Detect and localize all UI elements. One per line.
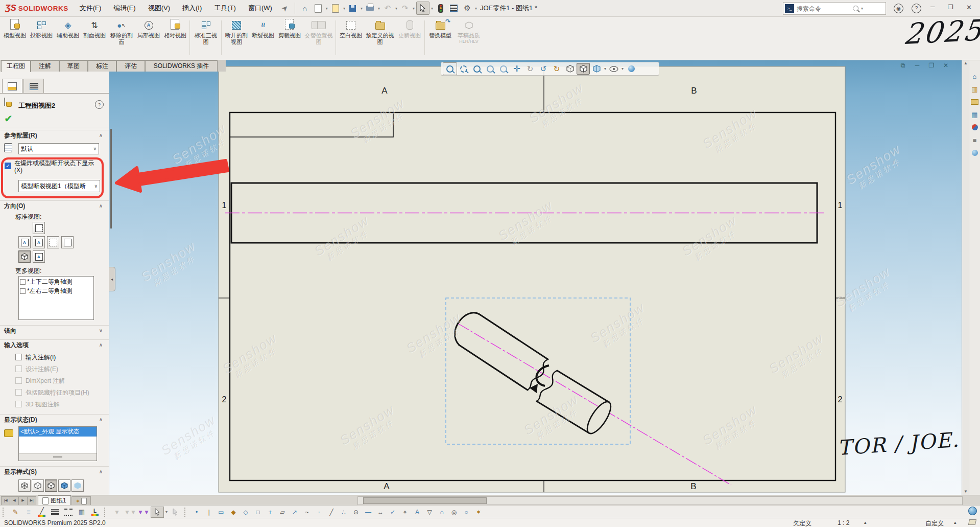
tab-annotation[interactable]: 注解 bbox=[31, 60, 59, 72]
section-display-state[interactable]: 显示状态(D)∧ bbox=[0, 414, 109, 424]
first-sheet-icon[interactable]: |◀ bbox=[1, 496, 10, 506]
model-view-button[interactable]: 模型视图 bbox=[2, 18, 28, 58]
display-state-selected-item[interactable]: <默认>_外观 显示状态 bbox=[19, 427, 97, 437]
select-cursor-icon[interactable] bbox=[151, 507, 164, 518]
tab-dimension[interactable]: 标注 bbox=[88, 60, 116, 72]
sheet-tab[interactable]: 图纸1 bbox=[38, 495, 71, 506]
view-bottom-button[interactable] bbox=[47, 236, 59, 248]
tab-solidworks-addins[interactable]: SOLIDWORKS 插件 bbox=[145, 60, 218, 72]
horizontal-scrollbar[interactable] bbox=[357, 496, 963, 505]
scale-caret-icon[interactable]: ▴ bbox=[864, 520, 867, 525]
section-orientation[interactable]: 方向(O)∧ bbox=[0, 200, 109, 211]
rotate-view-icon[interactable]: ↻ bbox=[523, 63, 537, 75]
view-left-button[interactable]: A bbox=[33, 236, 45, 248]
import-annotations-checkbox[interactable] bbox=[15, 354, 22, 360]
section-view-button[interactable]: ⇅剖面视图 bbox=[82, 18, 107, 58]
last-sheet-icon[interactable]: ▶| bbox=[27, 496, 36, 506]
draft-quality-button[interactable]: 草稿品质HLR/HLV bbox=[455, 18, 483, 58]
zoom-in-out-icon[interactable] bbox=[470, 63, 484, 75]
3d-view-annotations-checkbox[interactable] bbox=[15, 401, 22, 407]
open-document-caret[interactable]: ▾ bbox=[343, 6, 345, 11]
section-import-options[interactable]: 输入选项∧ bbox=[0, 339, 109, 350]
auxiliary-view-button[interactable]: ◈辅助视图 bbox=[55, 18, 81, 58]
search-icon[interactable] bbox=[853, 6, 858, 11]
next-sheet-icon[interactable]: ▶ bbox=[18, 496, 28, 506]
scroll-up-icon[interactable]: ▲ bbox=[962, 61, 969, 65]
empty-view-button[interactable]: 空白视图 bbox=[338, 18, 364, 58]
toggle-selection-filters-icon[interactable]: ▼ bbox=[111, 507, 123, 517]
display-mode-text[interactable]: 自定义 bbox=[925, 519, 944, 527]
select-cursor-caret[interactable]: ▾ bbox=[165, 510, 168, 514]
section-display-style[interactable]: 显示样式(S)∧ bbox=[0, 466, 109, 476]
file-explorer-icon[interactable] bbox=[971, 98, 979, 106]
redo-caret[interactable]: ▾ bbox=[413, 6, 415, 11]
filter-balloons-icon[interactable]: ○ bbox=[460, 507, 472, 517]
home-icon[interactable]: ⌂ bbox=[299, 2, 311, 14]
design-library-icon[interactable]: ▥ bbox=[971, 85, 979, 93]
panel-collapse-handle[interactable]: ◂ bbox=[109, 267, 115, 291]
menu-view[interactable]: 视图(V) bbox=[142, 0, 176, 16]
doc-close-icon[interactable]: ✕ bbox=[941, 62, 951, 69]
forum-icon[interactable] bbox=[971, 149, 979, 157]
filter-solid-bodies-icon[interactable]: ◇ bbox=[240, 507, 252, 517]
select-cursor-icon[interactable] bbox=[416, 2, 429, 15]
filter-planes-icon[interactable]: + bbox=[264, 507, 276, 517]
minimize-icon[interactable]: ─ bbox=[930, 3, 935, 10]
new-document-caret[interactable]: ▾ bbox=[326, 6, 328, 11]
zoom-to-area-icon[interactable] bbox=[457, 63, 470, 75]
color-display-mode-icon[interactable]: L bbox=[89, 507, 101, 517]
custom-properties-icon[interactable]: ≡ bbox=[971, 136, 979, 144]
filter-vertices-icon[interactable]: • bbox=[190, 507, 203, 517]
ok-check-icon[interactable]: ✔ bbox=[4, 112, 13, 125]
tab-drawing[interactable]: 工程图 bbox=[1, 60, 31, 72]
save-caret[interactable]: ▾ bbox=[361, 6, 363, 11]
line-style-icon[interactable] bbox=[62, 507, 75, 517]
section-ref-config[interactable]: 参考配置(R)∧ bbox=[0, 130, 109, 140]
select-all-filters-icon[interactable]: ▼▼ bbox=[137, 507, 150, 517]
view-top-button[interactable] bbox=[33, 222, 45, 234]
filter-notes-icon[interactable]: A bbox=[411, 507, 423, 517]
web-help-globe-icon[interactable] bbox=[968, 507, 977, 515]
filter-surface-finish-icon[interactable]: ✓ bbox=[387, 507, 399, 517]
doc-restore-icon[interactable]: ❐ bbox=[926, 62, 937, 69]
filter-center-marks-icon[interactable]: ⊙ bbox=[350, 507, 362, 517]
document-properties-icon[interactable] bbox=[448, 2, 460, 14]
scroll-down-icon[interactable]: ▼ bbox=[962, 489, 969, 494]
design-annotations-checkbox[interactable] bbox=[15, 365, 22, 372]
style-wireframe-button[interactable] bbox=[18, 479, 31, 492]
filter-datum-targets-icon[interactable]: ✶ bbox=[472, 507, 485, 517]
listbox-resize-grip[interactable] bbox=[19, 453, 97, 461]
filter-centerlines-icon[interactable]: — bbox=[362, 507, 374, 517]
open-document-icon[interactable] bbox=[329, 2, 342, 14]
hidden-lines-visible-icon[interactable] bbox=[563, 63, 577, 75]
3d-drawing-view-icon[interactable]: ↺ bbox=[537, 63, 550, 75]
menu-window[interactable]: 窗口(W) bbox=[242, 0, 278, 16]
update-view-icon[interactable]: ↻ bbox=[550, 63, 563, 75]
filter-midpoints-icon[interactable]: ∴ bbox=[338, 507, 350, 517]
user-account-icon[interactable]: ◉ bbox=[894, 4, 903, 13]
view-palette-icon[interactable]: ▦ bbox=[971, 110, 979, 119]
render-tools-icon[interactable] bbox=[625, 63, 638, 75]
filter-sketch-points-icon[interactable]: ⋅ bbox=[313, 507, 325, 517]
filter-origins-icon[interactable]: ▱ bbox=[276, 507, 289, 517]
horizontal-scrollbar-thumb[interactable] bbox=[363, 497, 487, 504]
style-shaded-button[interactable] bbox=[71, 479, 84, 492]
options-gear-caret[interactable]: ▾ bbox=[475, 6, 477, 11]
appearances-icon[interactable] bbox=[971, 123, 979, 131]
select-cursor-caret[interactable]: ▾ bbox=[431, 6, 433, 11]
style-shaded-with-edges-button[interactable] bbox=[58, 479, 70, 492]
alternate-position-view-button[interactable]: 交替位置视图 bbox=[303, 18, 334, 58]
tab-evaluate[interactable]: 评估 bbox=[116, 60, 145, 72]
close-icon[interactable]: ✕ bbox=[966, 4, 972, 11]
view-isometric-button[interactable] bbox=[18, 250, 31, 263]
tag-icon[interactable] bbox=[969, 519, 976, 525]
section-view-icon[interactable] bbox=[590, 63, 603, 75]
clear-all-filters-icon[interactable]: ▼▼ bbox=[124, 507, 136, 517]
undo-caret[interactable]: ▾ bbox=[395, 6, 397, 11]
section-mirror[interactable]: 镜向∨ bbox=[0, 325, 109, 335]
save-icon[interactable] bbox=[347, 2, 359, 14]
view-back-button[interactable] bbox=[61, 236, 74, 248]
filter-edges-icon[interactable]: ∣ bbox=[203, 507, 215, 517]
standard-3-view-button[interactable]: 标准三视图 bbox=[192, 18, 220, 58]
command-search[interactable]: >_ ▾ bbox=[783, 2, 886, 15]
